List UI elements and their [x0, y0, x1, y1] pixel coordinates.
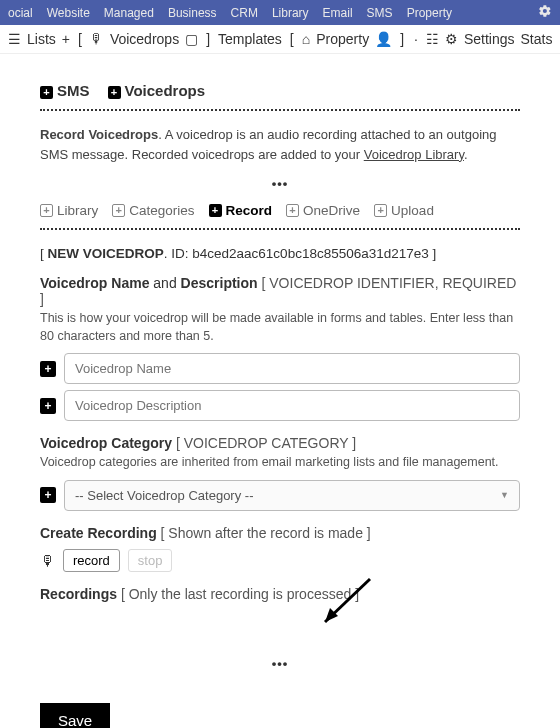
- nav-social[interactable]: ocial: [8, 6, 33, 20]
- user-icon[interactable]: 👤: [375, 31, 392, 47]
- bracket-open-2: [: [290, 31, 294, 47]
- recordings-title: Recordings: [40, 586, 117, 602]
- plus-outline-icon: +: [374, 204, 387, 217]
- bracket-close-2: ]: [400, 31, 404, 47]
- tab-onedrive[interactable]: +OneDrive: [286, 203, 360, 218]
- name-section-title: Voicedrop Name and Description [ VOICEDR…: [40, 275, 520, 307]
- new-voicedrop-label: NEW VOICEDROP: [48, 246, 164, 261]
- plus-box-icon: +: [40, 86, 53, 99]
- external-icon[interactable]: ▢: [185, 31, 198, 47]
- add-category-button[interactable]: +: [40, 487, 56, 503]
- nav-crm[interactable]: CRM: [231, 6, 258, 20]
- voicedrop-name-input[interactable]: [64, 353, 520, 384]
- subnav-property[interactable]: Property: [316, 31, 369, 47]
- tab-upload[interactable]: +Upload: [374, 203, 434, 218]
- nav-sms[interactable]: SMS: [367, 6, 393, 20]
- gear-icon[interactable]: [538, 4, 552, 21]
- tab-record[interactable]: +Record: [209, 203, 273, 218]
- chevron-down-icon: ▼: [500, 490, 509, 500]
- add-name-button[interactable]: +: [40, 361, 56, 377]
- voicedrop-id: b4ced2aac61c0bc18c85506a31d217e3: [192, 246, 428, 261]
- record-button[interactable]: record: [63, 549, 120, 572]
- microphone-icon: 🎙: [40, 552, 55, 569]
- divider: [40, 109, 520, 111]
- nav-property[interactable]: Property: [407, 6, 452, 20]
- arrow-icon: [310, 574, 380, 634]
- add-desc-button[interactable]: +: [40, 398, 56, 414]
- cat-help: Voicedrop categories are inherited from …: [40, 454, 520, 472]
- nav-business[interactable]: Business: [168, 6, 217, 20]
- top-nav: ocial Website Managed Business CRM Libra…: [0, 0, 560, 25]
- title-desc: Description: [181, 275, 258, 291]
- intro-paragraph: Record Voicedrops. A voicedrop is an aud…: [40, 125, 520, 164]
- subnav-templates[interactable]: Templates: [218, 31, 282, 47]
- plus-box-icon: +: [209, 204, 222, 217]
- plus-outline-icon: +: [40, 204, 53, 217]
- nav-library[interactable]: Library: [272, 6, 309, 20]
- sub-nav: ☰ Lists + [ 🎙 Voicedrops ▢ ] Templates […: [0, 25, 560, 54]
- main-content: +SMS +Voicedrops Record Voicedrops. A vo…: [0, 54, 560, 728]
- subnav-stats[interactable]: Stats: [521, 31, 553, 47]
- tab-categories[interactable]: +Categories: [112, 203, 194, 218]
- category-section-title: Voicedrop Category [ VOICEDROP CATEGORY …: [40, 435, 520, 451]
- list-icon[interactable]: ☰: [8, 31, 21, 47]
- ellipsis-icon[interactable]: •••: [40, 176, 520, 191]
- page-header: +SMS +Voicedrops: [40, 82, 520, 99]
- recording-section-title: Create Recording [ Shown after the recor…: [40, 525, 520, 541]
- nav-managed[interactable]: Managed: [104, 6, 154, 20]
- gear-icon-2[interactable]: ⚙: [445, 31, 458, 47]
- recordings-section-title: Recordings [ Only the last recording is …: [40, 586, 520, 602]
- divider: [40, 228, 520, 230]
- name-help: This is how your voicedrop will be made …: [40, 310, 520, 345]
- bars-icon[interactable]: ☷: [426, 31, 439, 47]
- subnav-lists[interactable]: Lists: [27, 31, 56, 47]
- title-name: Voicedrop Name: [40, 275, 149, 291]
- tab-row: +Library +Categories +Record +OneDrive +…: [40, 203, 520, 218]
- rec-title: Create Recording: [40, 525, 157, 541]
- plus-outline-icon: +: [286, 204, 299, 217]
- dot-sep: ·: [414, 31, 418, 47]
- voicedrop-category-select[interactable]: -- Select Voicedrop Category -- ▼: [64, 480, 520, 511]
- stop-button: stop: [128, 549, 173, 572]
- subnav-voicedrops[interactable]: Voicedrops: [110, 31, 179, 47]
- arrow-annotation: [40, 604, 520, 644]
- voicedrop-desc-input[interactable]: [64, 390, 520, 421]
- home-icon: ⌂: [302, 31, 310, 47]
- title-mid: and: [149, 275, 180, 291]
- bracket-open: [: [78, 31, 82, 47]
- header-sms[interactable]: +SMS: [40, 82, 90, 99]
- intro-lead: Record Voicedrops: [40, 127, 158, 142]
- select-placeholder: -- Select Voicedrop Category --: [75, 488, 253, 503]
- nav-email[interactable]: Email: [323, 6, 353, 20]
- save-button[interactable]: Save: [40, 703, 110, 729]
- plus-outline-icon: +: [112, 204, 125, 217]
- cat-title: Voicedrop Category: [40, 435, 172, 451]
- tab-library[interactable]: +Library: [40, 203, 98, 218]
- subnav-settings[interactable]: Settings: [464, 31, 515, 47]
- voicedrop-library-link[interactable]: Voicedrop Library: [364, 147, 464, 162]
- mic-icon: 🎙: [90, 31, 104, 47]
- bracket-close: ]: [206, 31, 210, 47]
- new-voicedrop-line: [ NEW VOICEDROP. ID: b4ced2aac61c0bc18c8…: [40, 246, 520, 261]
- ellipsis-icon[interactable]: •••: [40, 656, 520, 671]
- plus-icon[interactable]: +: [62, 31, 70, 47]
- cat-bracket: [ VOICEDROP CATEGORY ]: [176, 435, 356, 451]
- id-label: . ID:: [164, 246, 193, 261]
- rec-bracket: [ Shown after the record is made ]: [161, 525, 371, 541]
- plus-box-icon: +: [108, 86, 121, 99]
- nav-website[interactable]: Website: [47, 6, 90, 20]
- header-voicedrops[interactable]: +Voicedrops: [108, 82, 206, 99]
